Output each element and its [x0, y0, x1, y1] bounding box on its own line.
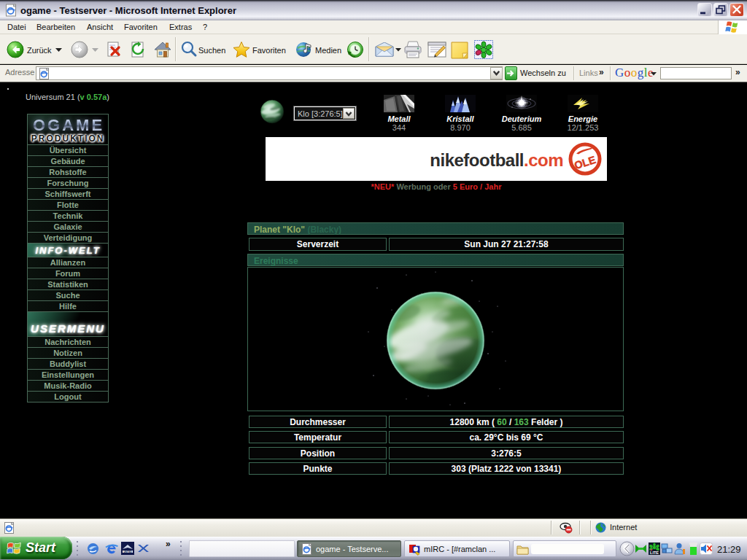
svg-text:LITE: LITE	[650, 551, 659, 555]
svg-text:UNITED: UNITED	[123, 551, 132, 553]
